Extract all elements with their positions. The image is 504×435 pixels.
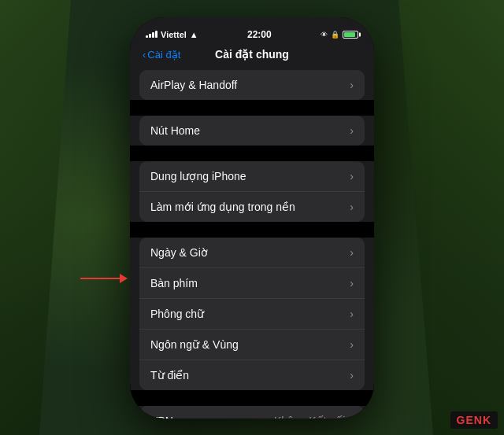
font-label: Phông chữ [150, 308, 204, 320]
datetime-label: Ngày & Giờ [150, 246, 208, 259]
storage-left: Dung lượng iPhone [150, 170, 246, 182]
signal-bar-4 [155, 31, 158, 38]
vpn-item[interactable]: VPN Không Kết nối › [139, 406, 365, 418]
font-item[interactable]: Phông chữ › [139, 299, 365, 330]
settings-group-vpn: VPN Không Kết nối › [139, 406, 365, 418]
datetime-item[interactable]: Ngày & Giờ › [139, 238, 365, 268]
arrow-head-icon [120, 274, 128, 283]
annotation-arrow [80, 274, 128, 283]
battery-fill [344, 32, 355, 37]
language-chevron-icon: › [350, 338, 354, 351]
screen-body: AirPlay & Handoff › Nút Home [130, 67, 374, 418]
airplay-handoff-item[interactable]: AirPlay & Handoff › [139, 70, 365, 100]
carrier-info: Viettel ▲ [146, 30, 198, 39]
storage-item[interactable]: Dung lượng iPhone › [139, 161, 365, 192]
keyboard-label: Bàn phím [150, 277, 198, 289]
refresh-chevron-icon: › [350, 201, 354, 213]
genk-logo: GENK [450, 411, 498, 429]
vpn-chevron-icon: › [350, 415, 354, 418]
dictionary-label: Từ điển [150, 369, 189, 382]
page-title: Cài đặt chung [215, 48, 289, 61]
genk-text-k: K [483, 414, 491, 426]
settings-list: AirPlay & Handoff › Nút Home [130, 67, 374, 418]
signal-bar-3 [152, 32, 154, 38]
datetime-chevron-icon: › [350, 246, 354, 259]
airplay-label: AirPlay & Handoff [150, 79, 237, 91]
settings-group-storage: Dung lượng iPhone › Làm mới ứng dụng tro… [139, 161, 365, 222]
dictionary-chevron-icon: › [350, 369, 354, 382]
vpn-left: VPN [150, 415, 173, 418]
language-label: Ngôn ngữ & Vùng [150, 338, 239, 351]
status-time: 22:00 [247, 29, 272, 40]
keyboard-right: › [350, 277, 354, 289]
storage-chevron-icon: › [350, 170, 354, 182]
home-label: Nút Home [150, 124, 200, 137]
signal-bar-1 [146, 35, 148, 38]
divider-1 [130, 100, 374, 116]
keyboard-chevron-icon: › [350, 277, 354, 289]
home-right: › [350, 124, 354, 137]
language-left: Ngôn ngữ & Vùng [150, 338, 239, 351]
status-icons: 👁 🔒 [321, 31, 358, 39]
wifi-icon: ▲ [190, 30, 198, 39]
refresh-left: Làm mới ứng dụng trong nền [150, 201, 295, 213]
carrier-name: Viettel [161, 30, 187, 39]
airplay-right: › [350, 79, 354, 91]
settings-group-airplay: AirPlay & Handoff › [139, 70, 365, 100]
divider-2 [130, 146, 374, 161]
airplay-chevron-icon: › [350, 79, 354, 91]
font-chevron-icon: › [350, 308, 354, 320]
divider-3 [130, 222, 374, 238]
phone-screen: Viettel ▲ 22:00 👁 🔒 ‹ Cài đặt Cài đặt ch… [130, 17, 374, 418]
phone-mockup: Viettel ▲ 22:00 👁 🔒 ‹ Cài đặt Cài đặt ch… [130, 17, 374, 418]
genk-text-gen: GEN [457, 414, 483, 426]
refresh-right: › [350, 201, 354, 213]
storage-right: › [350, 170, 354, 182]
dictionary-item[interactable]: Từ điển › [139, 360, 365, 390]
back-label: Cài đặt [147, 49, 180, 61]
keyboard-item[interactable]: Bàn phím › [139, 268, 365, 299]
language-item[interactable]: Ngôn ngữ & Vùng › [139, 330, 365, 360]
back-button[interactable]: ‹ Cài đặt [143, 49, 180, 61]
vpn-right: Không Kết nối › [274, 415, 354, 418]
vpn-status: Không Kết nối [274, 415, 345, 418]
datetime-right: › [350, 246, 354, 259]
eye-icon: 👁 [321, 31, 328, 39]
settings-group-home: Nút Home › [139, 116, 365, 146]
back-chevron-icon: ‹ [143, 49, 146, 61]
home-button-item[interactable]: Nút Home › [139, 116, 365, 146]
font-left: Phông chữ [150, 308, 204, 320]
status-bar: Viettel ▲ 22:00 👁 🔒 [130, 17, 374, 46]
storage-label: Dung lượng iPhone [150, 170, 246, 182]
refresh-item[interactable]: Làm mới ứng dụng trong nền › [139, 192, 365, 222]
home-left: Nút Home [150, 124, 200, 137]
font-right: › [350, 308, 354, 320]
divider-4 [130, 390, 374, 406]
settings-group-locale: Ngày & Giờ › Bàn phím › [139, 238, 365, 390]
lock-icon: 🔒 [331, 31, 339, 39]
dictionary-right: › [350, 369, 354, 382]
refresh-label: Làm mới ứng dụng trong nền [150, 201, 295, 213]
language-right: › [350, 338, 354, 351]
datetime-left: Ngày & Giờ [150, 246, 208, 259]
airplay-left: AirPlay & Handoff [150, 79, 237, 91]
navigation-bar: ‹ Cài đặt Cài đặt chung [130, 46, 374, 67]
keyboard-left: Bàn phím [150, 277, 198, 289]
battery-icon [343, 31, 358, 39]
vpn-label: VPN [150, 415, 173, 418]
dictionary-left: Từ điển [150, 369, 189, 382]
home-chevron-icon: › [350, 124, 354, 137]
signal-bar-2 [149, 34, 151, 38]
signal-strength [146, 31, 158, 38]
arrow-line [80, 278, 120, 279]
